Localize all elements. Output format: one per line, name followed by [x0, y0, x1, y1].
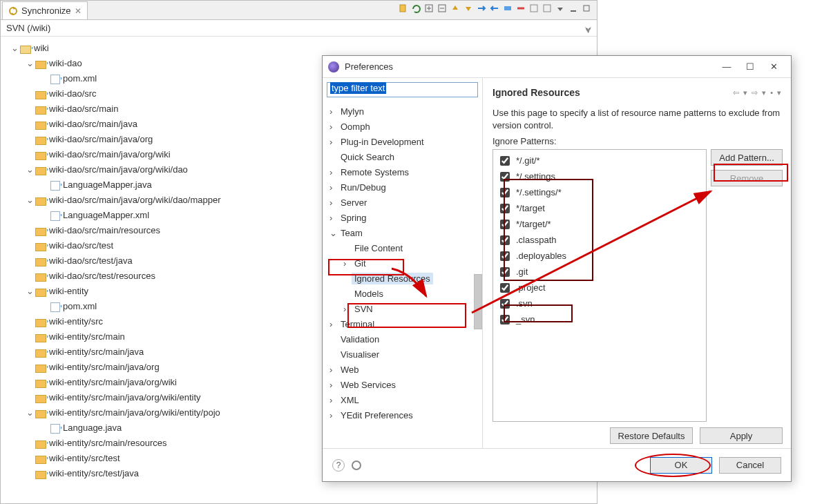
twisty-icon[interactable]: ›: [329, 408, 338, 423]
tree-folder[interactable]: ⌄›wiki: [8, 41, 590, 56]
both-icon[interactable]: [503, 3, 514, 14]
twisty-icon[interactable]: ⌄: [26, 284, 34, 299]
pattern-item[interactable]: */.settings/*: [497, 184, 702, 200]
maximize-icon[interactable]: [582, 3, 593, 14]
twisty-icon[interactable]: ›: [329, 180, 338, 195]
record-icon[interactable]: [352, 461, 361, 470]
pattern-item[interactable]: */target/*: [497, 216, 702, 232]
outgoing-icon[interactable]: [490, 3, 501, 14]
twisty-icon[interactable]: ⌄: [329, 226, 338, 241]
nav-item[interactable]: Quick Search: [329, 150, 481, 165]
twisty-icon[interactable]: ⌄: [26, 405, 34, 420]
nav-item[interactable]: ›Mylyn: [329, 104, 481, 119]
cancel-button[interactable]: Cancel: [719, 457, 781, 474]
nav-item[interactable]: Models: [329, 287, 481, 302]
minimize-icon[interactable]: [568, 3, 580, 14]
nav-item[interactable]: ›YEdit Preferences: [329, 408, 481, 423]
nav-item[interactable]: ›Git: [329, 256, 481, 271]
nav-item[interactable]: ›Run/Debug: [329, 180, 481, 195]
collapse-icon[interactable]: [437, 3, 448, 14]
nav-item[interactable]: File Content: [329, 241, 481, 256]
forward-menu-icon[interactable]: ▾: [761, 88, 767, 97]
nav-item[interactable]: ›Server: [329, 195, 481, 211]
twisty-icon[interactable]: ›: [329, 378, 338, 393]
apply-button[interactable]: Apply: [700, 427, 783, 444]
view-menu-icon[interactable]: [555, 3, 566, 14]
twisty-icon[interactable]: ›: [329, 393, 338, 408]
nav-item[interactable]: ›SVN: [329, 302, 481, 317]
pattern-checkbox[interactable]: [500, 156, 510, 166]
pattern-checkbox[interactable]: [500, 220, 510, 229]
nav-item[interactable]: ⌄Team: [329, 226, 481, 241]
twisty-icon[interactable]: ›: [329, 104, 338, 119]
pattern-item[interactable]: */.git/*: [497, 153, 702, 168]
nav-item[interactable]: ›Oomph: [329, 119, 481, 135]
pattern-checkbox[interactable]: [500, 172, 510, 182]
nav-item[interactable]: ›Web Services: [329, 378, 481, 393]
twisty-icon[interactable]: ›: [329, 362, 338, 378]
close-button[interactable]: ✕: [762, 59, 785, 75]
twisty-icon[interactable]: ⌄: [26, 56, 34, 71]
update-icon[interactable]: [542, 3, 553, 14]
filter-input[interactable]: type filter text: [327, 82, 478, 97]
pattern-checkbox[interactable]: [500, 267, 510, 277]
minimize-button[interactable]: —: [715, 59, 738, 75]
page-menu-icon[interactable]: ▾: [776, 88, 783, 97]
pattern-checkbox[interactable]: [500, 188, 510, 197]
ignore-patterns-list[interactable]: */.git/**/.settings*/.settings/**/target…: [492, 149, 707, 422]
expand-icon[interactable]: [424, 3, 435, 14]
twisty-icon[interactable]: ›: [329, 211, 338, 226]
pattern-item[interactable]: .svn: [497, 295, 702, 311]
twisty-icon[interactable]: ›: [343, 256, 352, 271]
pattern-item[interactable]: .deployables: [497, 248, 702, 264]
twisty-icon[interactable]: ⌄: [26, 193, 34, 208]
pattern-item[interactable]: */.settings: [497, 168, 702, 184]
back-menu-icon[interactable]: ▾: [742, 88, 749, 97]
incoming-icon[interactable]: [477, 3, 488, 14]
twisty-icon[interactable]: ›: [329, 165, 338, 180]
down-icon[interactable]: [463, 3, 475, 14]
refresh-icon[interactable]: [411, 3, 422, 14]
pattern-checkbox[interactable]: [500, 299, 510, 309]
nav-item[interactable]: ›Spring: [329, 211, 481, 226]
twisty-icon[interactable]: ⌄: [26, 162, 34, 177]
nav-item[interactable]: ›Plug-in Development: [329, 135, 481, 150]
pattern-checkbox[interactable]: [500, 235, 510, 245]
back-icon[interactable]: ⇦: [731, 88, 740, 97]
twisty-icon[interactable]: ›: [343, 302, 352, 317]
twisty-icon[interactable]: ›: [329, 317, 338, 332]
nav-item[interactable]: ›Terminal: [329, 317, 481, 332]
twisty-icon[interactable]: ›: [329, 195, 338, 211]
nav-item[interactable]: ›XML: [329, 393, 481, 408]
preference-tree[interactable]: ›Mylyn›Oomph›Plug-in DevelopmentQuick Se…: [323, 101, 482, 448]
commit-icon[interactable]: [529, 3, 540, 14]
collapse-arrow-icon[interactable]: ⮟: [583, 24, 594, 35]
pattern-item[interactable]: .project: [497, 280, 702, 295]
pattern-checkbox[interactable]: [500, 204, 510, 213]
close-icon[interactable]: ✕: [75, 6, 82, 16]
add-pattern-button[interactable]: Add Pattern...: [711, 149, 783, 166]
nav-item[interactable]: Visualiser: [329, 347, 481, 362]
restore-defaults-button[interactable]: Restore Defaults: [610, 427, 693, 444]
nav-item[interactable]: Ignored Resources: [329, 271, 481, 287]
scrollbar-thumb[interactable]: [474, 274, 482, 329]
twisty-icon[interactable]: ›: [329, 119, 338, 135]
forward-icon[interactable]: ⇨: [750, 88, 759, 97]
pin-icon[interactable]: [398, 3, 409, 14]
conflict-icon[interactable]: [516, 3, 527, 14]
maximize-button[interactable]: ☐: [738, 59, 762, 75]
pattern-item[interactable]: _svn: [497, 311, 702, 327]
pattern-checkbox[interactable]: [500, 251, 510, 261]
pattern-item[interactable]: */target: [497, 200, 702, 216]
pattern-checkbox[interactable]: [500, 283, 510, 293]
twisty-icon[interactable]: ⌄: [10, 41, 19, 56]
ok-button[interactable]: OK: [650, 457, 712, 474]
synchronize-tab[interactable]: Synchronize ✕: [2, 1, 88, 19]
up-icon[interactable]: [450, 3, 461, 14]
nav-item[interactable]: Validation: [329, 332, 481, 347]
nav-item[interactable]: ›Web: [329, 362, 481, 378]
nav-item[interactable]: ›Remote Systems: [329, 165, 481, 180]
pattern-item[interactable]: .git: [497, 264, 702, 280]
pattern-item[interactable]: .classpath: [497, 232, 702, 248]
pattern-checkbox[interactable]: [500, 315, 510, 324]
